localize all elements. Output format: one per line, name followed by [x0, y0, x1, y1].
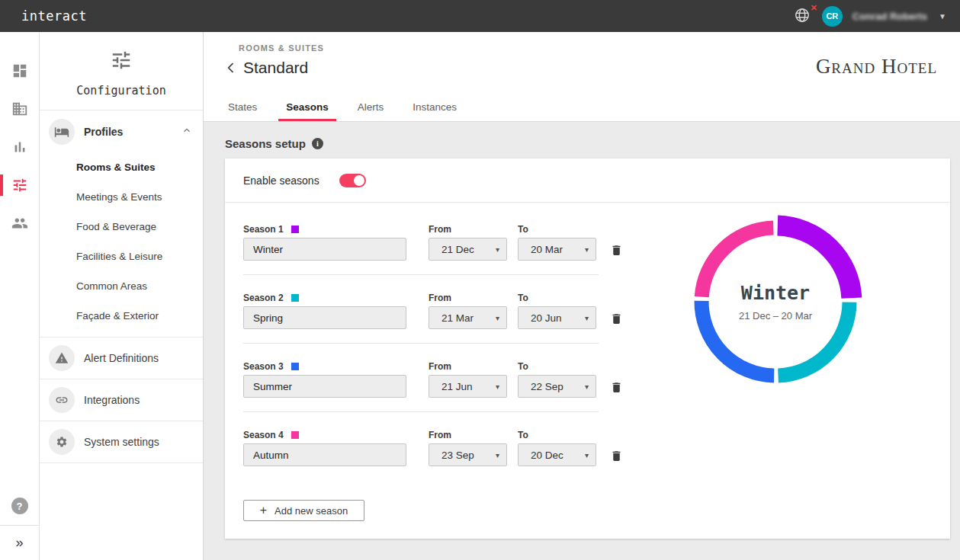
caret-down-icon: ▾	[496, 451, 499, 459]
icon-rail: ? »	[0, 32, 40, 560]
season-name-input[interactable]	[243, 443, 406, 466]
from-label: From	[429, 224, 451, 235]
caret-down-icon: ▾	[585, 245, 589, 254]
season-to-select[interactable]: 20 Jun▾	[518, 306, 596, 329]
to-label: To	[518, 430, 528, 440]
double-chevron-icon: »	[15, 535, 23, 551]
season-from-select[interactable]: 21 Mar▾	[429, 306, 507, 329]
trash-icon	[610, 450, 623, 462]
sidebar-item-integrations[interactable]: Integrations	[40, 379, 203, 421]
sidebar-item-food-beverage[interactable]: Food & Beverage	[40, 212, 203, 242]
sidebar-item-rooms-suites[interactable]: Rooms & Suites	[40, 152, 203, 182]
season-name-input[interactable]	[243, 375, 406, 398]
seasons-card: Enable seasons Season 1 From 21 Dec▾	[225, 158, 950, 539]
link-icon	[55, 393, 69, 407]
rail-item-dashboard[interactable]	[0, 52, 39, 90]
trash-icon	[610, 381, 623, 394]
rail-item-users[interactable]	[0, 204, 39, 242]
plus-icon: +	[260, 504, 267, 517]
alert-definitions-label: Alert Definitions	[84, 352, 159, 364]
season-name-input[interactable]	[243, 238, 406, 261]
trash-icon	[610, 312, 623, 325]
configuration-sliders-icon	[110, 49, 133, 72]
info-icon[interactable]: i	[312, 138, 323, 149]
season-label: Season 1	[243, 224, 284, 235]
help-icon[interactable]: ?	[11, 498, 28, 514]
season-to-select[interactable]: 20 Dec▾	[518, 443, 596, 466]
page-header: ROOMS & SUITES Standard Grand Hotel Stat…	[204, 32, 960, 122]
add-new-season-button[interactable]: + Add new season	[243, 500, 364, 521]
sidebar-group-profiles[interactable]: Profiles	[40, 110, 203, 152]
seasons-setup-title: Seasons setup	[225, 137, 306, 150]
caret-down-icon: ▾	[496, 314, 499, 322]
caret-down-icon: ▾	[496, 382, 499, 391]
donut-segment-winter[interactable]	[778, 226, 852, 298]
chevron-left-icon	[223, 60, 239, 75]
season-row: Season 4 From 23 Sep▾ To 20 Dec▾	[243, 427, 932, 466]
integrations-label: Integrations	[84, 394, 140, 406]
rail-item-reports[interactable]	[0, 128, 39, 166]
season-from-select[interactable]: 21 Dec▾	[429, 238, 507, 261]
season-to-select[interactable]: 22 Sep▾	[518, 375, 596, 398]
configuration-sidebar: Configuration Profiles Rooms & Suites Me…	[40, 32, 204, 560]
page-title: Standard	[243, 59, 308, 77]
sidebar-item-meetings-events[interactable]: Meetings & Events	[40, 182, 203, 212]
caret-down-icon: ▾	[585, 382, 589, 391]
season-color-swatch	[291, 363, 299, 370]
tab-seasons[interactable]: Seasons	[284, 95, 330, 121]
caret-down-icon: ▾	[496, 245, 499, 254]
enable-seasons-toggle[interactable]	[339, 174, 366, 187]
building-icon	[11, 101, 28, 117]
tab-states[interactable]: States	[226, 95, 258, 121]
top-bar: interact ✕ CR Conrad Roberts ▼	[0, 0, 960, 32]
warning-triangle-icon	[55, 351, 69, 365]
season-label: Season 3	[243, 361, 284, 372]
seasons-donut-chart: Winter 21 Dec – 20 Mar	[687, 213, 864, 390]
main-area: ROOMS & SUITES Standard Grand Hotel Stat…	[204, 32, 960, 560]
language-globe-button[interactable]: ✕	[794, 7, 812, 25]
to-label: To	[518, 293, 528, 303]
bed-icon	[54, 124, 69, 139]
season-color-swatch	[291, 431, 299, 439]
donut-segment-autumn[interactable]	[702, 228, 773, 297]
season-label: Season 4	[243, 430, 284, 440]
rail-item-configuration[interactable]	[0, 166, 39, 204]
chevron-up-icon	[181, 125, 192, 136]
sidebar-item-facade-exterior[interactable]: Façade & Exterior	[40, 301, 203, 331]
enable-seasons-label: Enable seasons	[243, 174, 319, 187]
season-from-select[interactable]: 21 Jun▾	[429, 375, 507, 398]
user-name: Conrad Roberts	[852, 11, 927, 22]
globe-alert-badge-icon: ✕	[811, 3, 817, 13]
season-name-input[interactable]	[243, 306, 406, 329]
user-menu-caret-icon[interactable]: ▼	[939, 12, 946, 21]
breadcrumb: ROOMS & SUITES	[239, 43, 960, 53]
delete-season-button[interactable]	[608, 242, 624, 261]
season-to-select[interactable]: 20 Mar▾	[518, 238, 596, 261]
trash-icon	[610, 244, 623, 257]
back-button[interactable]	[222, 59, 240, 77]
sidebar-item-alert-definitions[interactable]: Alert Definitions	[40, 338, 203, 379]
user-avatar[interactable]: CR	[822, 6, 843, 27]
system-settings-label: System settings	[84, 436, 159, 448]
delete-season-button[interactable]	[608, 311, 624, 329]
globe-icon	[794, 7, 811, 24]
expand-sidebar-button[interactable]: »	[0, 525, 39, 560]
season-from-select[interactable]: 23 Sep▾	[429, 443, 507, 466]
sidebar-item-system-settings[interactable]: System settings	[40, 421, 203, 463]
rail-item-property[interactable]	[0, 90, 39, 128]
donut-segment-spring[interactable]	[779, 302, 849, 376]
sidebar-item-common-areas[interactable]: Common Areas	[40, 271, 203, 301]
tab-instances[interactable]: Instances	[411, 95, 458, 121]
delete-season-button[interactable]	[608, 448, 624, 466]
from-label: From	[429, 293, 451, 303]
profiles-label: Profiles	[84, 126, 123, 138]
delete-season-button[interactable]	[608, 379, 624, 398]
season-color-swatch	[291, 294, 299, 302]
sidebar-title: Configuration	[40, 84, 203, 98]
tab-alerts[interactable]: Alerts	[356, 95, 386, 121]
grand-hotel-logo: Grand Hotel	[816, 56, 937, 77]
donut-segment-summer[interactable]	[702, 301, 774, 376]
caret-down-icon: ▾	[585, 314, 589, 322]
dashboard-icon	[11, 62, 28, 79]
sidebar-item-facilities-leisure[interactable]: Facilities & Leisure	[40, 242, 203, 271]
